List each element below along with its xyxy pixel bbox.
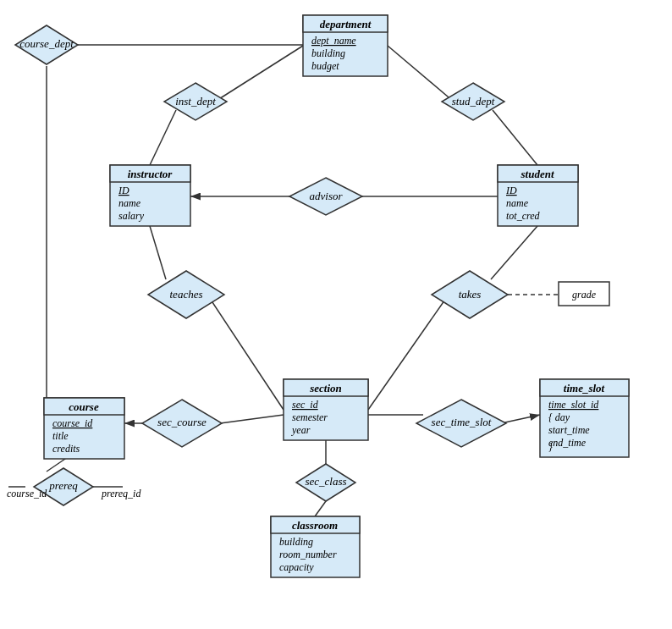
- svg-line-12: [150, 226, 166, 279]
- section-semester-attr: semester: [292, 411, 328, 423]
- instructor-id-attr: ID: [118, 185, 129, 196]
- time-slot-brace-attr: }: [548, 441, 553, 453]
- svg-line-14: [491, 226, 537, 279]
- instructor-entity: instructor ID name salary: [110, 165, 190, 226]
- instructor-salary-attr: salary: [118, 210, 145, 222]
- inst-dept-label: inst_dept: [175, 95, 216, 108]
- sec-course-label: sec_course: [157, 416, 207, 428]
- building-attr: building: [311, 47, 345, 59]
- time-slot-id-attr: time_slot_id: [548, 399, 599, 411]
- classroom-building-attr: building: [279, 536, 313, 548]
- department-title: department: [320, 18, 372, 30]
- course-credits-attr: credits: [52, 443, 80, 455]
- time-slot-title: time_slot: [564, 382, 605, 395]
- course-title-attr: title: [52, 430, 69, 442]
- student-entity: student ID name tot_cred: [498, 165, 578, 226]
- course-id-attr: course_id: [52, 417, 93, 429]
- instructor-title: instructor: [128, 168, 174, 180]
- classroom-capacity-attr: capacity: [279, 561, 314, 573]
- svg-line-9: [493, 110, 537, 165]
- student-id-attr: ID: [505, 185, 517, 196]
- section-secid-attr: sec_id: [292, 399, 319, 411]
- course-entity: course course_id title credits: [44, 398, 124, 459]
- svg-line-7: [150, 110, 176, 165]
- time-slot-day-attr: { day: [548, 411, 570, 423]
- department-entity: department dept_name building budget: [303, 15, 388, 76]
- time-slot-start-attr: start_time: [548, 424, 590, 436]
- stud-dept-label: stud_dept: [452, 95, 495, 108]
- svg-line-15: [368, 295, 449, 410]
- section-year-attr: year: [291, 424, 311, 436]
- teaches-label: teaches: [170, 288, 203, 301]
- svg-line-13: [207, 295, 284, 410]
- section-entity: section sec_id semester year: [284, 379, 368, 440]
- sec-time-slot-label: sec_time_slot: [432, 416, 492, 428]
- svg-line-18: [220, 415, 284, 423]
- classroom-room-attr: room_number: [279, 549, 337, 560]
- classroom-title: classroom: [292, 519, 338, 532]
- student-name-attr: name: [506, 197, 529, 209]
- instructor-name-attr: name: [118, 197, 141, 209]
- prereq-prereq-id-label: prereq_id: [101, 488, 141, 499]
- budget-attr: budget: [311, 60, 339, 72]
- svg-line-6: [215, 46, 303, 102]
- grade-label: grade: [572, 289, 597, 301]
- svg-line-22: [315, 501, 326, 516]
- svg-line-8: [388, 46, 454, 102]
- time-slot-entity: time_slot time_slot_id { day start_time …: [540, 379, 629, 457]
- sec-class-label: sec_class: [305, 475, 346, 488]
- course-title: course: [69, 400, 99, 413]
- advisor-label: advisor: [310, 190, 344, 202]
- section-title: section: [309, 382, 342, 395]
- prereq-label: prereq: [48, 479, 78, 492]
- course-dept-label: course_dept: [19, 37, 74, 50]
- prereq-course-id-label: course_id: [7, 488, 47, 499]
- student-title: student: [520, 168, 554, 180]
- time-slot-end-attr: end_time: [548, 437, 587, 449]
- classroom-entity: classroom building room_number capacity: [271, 516, 360, 577]
- svg-line-20: [501, 415, 540, 423]
- takes-label: takes: [459, 288, 482, 301]
- student-totcred-attr: tot_cred: [506, 210, 541, 222]
- dept-name-attr: dept_name: [311, 35, 356, 47]
